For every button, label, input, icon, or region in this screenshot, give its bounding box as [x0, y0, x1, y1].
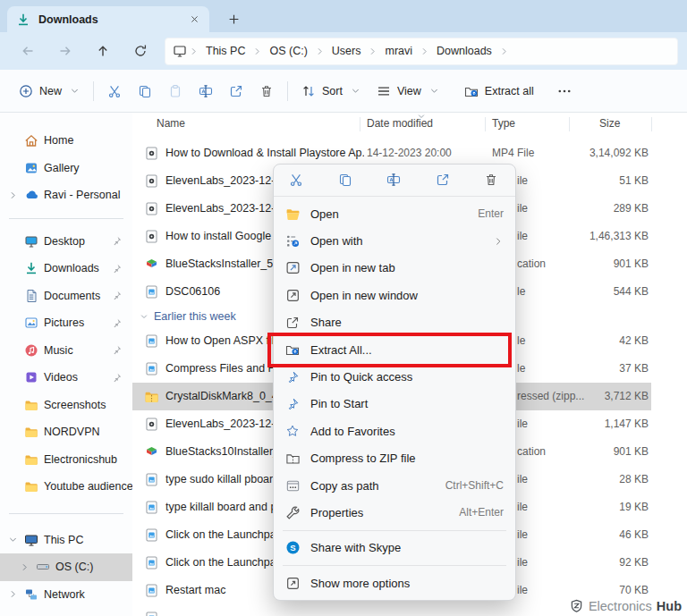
menu-item-pin-to-quick-access[interactable]: Pin to Quick access [277, 363, 512, 390]
sidebar-item-label: OS (C:) [55, 561, 93, 573]
sidebar-item-screenshots[interactable]: Screenshots [0, 392, 132, 419]
column-divider[interactable] [360, 117, 360, 131]
delete-button[interactable] [251, 76, 282, 106]
sidebar-item-label: Documents [44, 290, 100, 302]
sidebar-item-electronicshub[interactable]: Electronicshub [0, 446, 132, 474]
extract-all-icon [464, 84, 479, 98]
sidebar-item-ravi-personal[interactable]: Ravi - Personal [0, 181, 132, 209]
breadcrumb-item-os-c[interactable]: OS (C:) [264, 45, 312, 57]
sidebar-item-home[interactable]: Home [0, 127, 132, 155]
file-size: 46 KB [526, 528, 649, 541]
sort-button[interactable]: Sort [293, 76, 369, 106]
menu-item-share-with-skype[interactable]: S Share with Skype [277, 535, 512, 561]
column-divider[interactable] [651, 117, 652, 131]
extract-all-button[interactable]: Extract all [456, 76, 542, 106]
cut-icon[interactable] [289, 173, 305, 189]
chevron-right-icon [368, 46, 377, 56]
image-file-icon [144, 611, 159, 616]
sort-direction-icon [417, 113, 426, 121]
tab-title: Downloads [38, 13, 98, 26]
sidebar-item-label: Home [44, 134, 73, 147]
sidebar-item-label: Electronicshub [44, 453, 117, 466]
rename-icon[interactable] [386, 173, 403, 189]
share-icon[interactable] [436, 173, 452, 189]
chevron-right-icon[interactable] [8, 190, 18, 200]
view-button-label: View [397, 85, 421, 97]
sidebar-item-network[interactable]: Network [0, 581, 132, 609]
menu-item-share[interactable]: Share [277, 309, 512, 336]
sidebar-item-desktop[interactable]: Desktop [0, 228, 132, 256]
media-file-icon [144, 146, 159, 161]
forward-button[interactable] [47, 44, 84, 58]
sidebar-item-music[interactable]: Music [0, 337, 132, 365]
sidebar-item-documents[interactable]: Documents [0, 283, 132, 310]
new-button[interactable]: New [11, 76, 88, 106]
see-more-button[interactable] [549, 76, 580, 106]
chevron-right-icon[interactable] [20, 562, 30, 572]
breadcrumb-item-downloads[interactable]: Downloads [431, 45, 497, 57]
file-size: 901 KB [526, 257, 649, 270]
sidebar-item-this-pc[interactable]: This PC [0, 527, 132, 554]
cut-button[interactable] [99, 76, 130, 106]
navigation-pane: Home Gallery Ravi - Personal Desktop Dow… [0, 113, 132, 616]
menu-item-open[interactable]: Open Enter [277, 200, 512, 227]
sidebar-item-videos[interactable]: Videos [0, 364, 132, 392]
delete-icon[interactable] [484, 173, 500, 189]
view-button[interactable]: View [369, 76, 447, 106]
menu-item-open-with[interactable]: Open with [277, 227, 512, 254]
sidebar-item-nordvpn[interactable]: NORDVPN [0, 418, 132, 446]
menu-item-properties[interactable]: Properties Alt+Enter [277, 499, 512, 526]
copy-button[interactable] [130, 76, 160, 106]
column-header-size[interactable]: Size [599, 117, 620, 130]
chevron-right-icon[interactable] [8, 589, 18, 599]
sidebar-item-gallery[interactable]: Gallery [0, 155, 132, 182]
new-tab-button[interactable] [227, 13, 241, 26]
paste-icon [168, 84, 182, 98]
chevron-down-icon[interactable] [8, 535, 18, 544]
tab-downloads[interactable]: Downloads [7, 6, 209, 32]
sidebar-item-os-c[interactable]: OS (C:) [0, 553, 132, 581]
refresh-button[interactable] [122, 44, 159, 58]
breadcrumb-item-this-pc[interactable]: This PC [200, 45, 250, 57]
menu-item-show-more-options[interactable]: Show more options [277, 570, 512, 596]
tab-close-icon[interactable] [189, 13, 200, 25]
toolbar-divider [93, 81, 94, 101]
paste-button[interactable] [160, 76, 191, 106]
gallery-icon [24, 161, 38, 175]
sidebar-divider [9, 218, 123, 219]
chevron-right-icon [499, 46, 509, 56]
rename-button[interactable] [191, 76, 221, 106]
chevron-down-icon [429, 86, 439, 96]
column-header-type[interactable]: Type [492, 117, 515, 130]
menu-item-label: Add to Favorites [310, 425, 395, 438]
share-button[interactable] [221, 76, 251, 106]
pin-blue-icon [285, 370, 310, 384]
menu-item-pin-to-start[interactable]: Pin to Start [277, 391, 512, 418]
menu-item-label: Compress to ZIP file [310, 451, 416, 465]
sidebar-item-downloads[interactable]: Downloads [0, 255, 132, 283]
sidebar-item-youtube-audience-i[interactable]: Youtube audience i [0, 473, 132, 501]
new-window-icon [285, 288, 310, 303]
copy-icon[interactable] [338, 173, 354, 189]
menu-item-open-in-new-window[interactable]: Open in new window [277, 282, 512, 308]
menu-item-extract-all[interactable]: Extract All... [277, 336, 512, 363]
chevron-down-icon[interactable] [140, 312, 148, 321]
menu-item-open-in-new-tab[interactable]: Open in new tab [277, 255, 512, 282]
back-button[interactable] [9, 44, 47, 58]
thispc-icon [24, 533, 38, 547]
menu-item-compress-to-zip-file[interactable]: Compress to ZIP file [277, 445, 512, 472]
address-bar[interactable]: This PCOS (C:)UsersmraviDownloads [165, 38, 678, 65]
pin-icon [111, 290, 123, 301]
breadcrumb-item-mravi[interactable]: mravi [379, 45, 418, 57]
column-header-name[interactable]: Name [157, 117, 185, 130]
breadcrumb-item-users[interactable]: Users [327, 45, 367, 57]
sidebar-item-label: This PC [44, 534, 83, 546]
up-button[interactable] [84, 44, 122, 58]
menu-item-add-to-favorites[interactable]: Add to Favorites [277, 418, 512, 444]
column-divider[interactable] [485, 117, 486, 131]
menu-item-copy-as-path[interactable]: Copy as path Ctrl+Shift+C [277, 472, 512, 499]
sidebar-item-pictures[interactable]: Pictures [0, 309, 132, 337]
pictures-icon [24, 316, 38, 330]
column-divider[interactable] [569, 117, 570, 131]
command-toolbar: New Sort View Extract all [0, 70, 687, 113]
